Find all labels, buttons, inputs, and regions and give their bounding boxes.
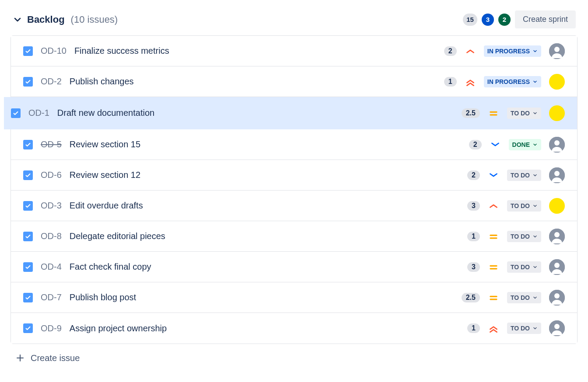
story-points[interactable]: 1 (467, 323, 480, 333)
task-type-icon[interactable] (23, 262, 33, 272)
issue-key[interactable]: OD-8 (41, 231, 62, 241)
status-dropdown[interactable]: DONE (509, 139, 541, 150)
issue-key[interactable]: OD-9 (41, 323, 62, 333)
issue-row[interactable]: OD-6Review section 122TO DO (11, 160, 577, 191)
issue-row[interactable]: OD-10Finalize success metrics2IN PROGRES… (11, 36, 577, 66)
story-points[interactable]: 2 (469, 140, 482, 149)
svg-point-15 (554, 263, 560, 268)
issue-key[interactable]: OD-7 (41, 292, 62, 302)
issue-row[interactable]: OD-7Publish blog post2.5TO DO (11, 282, 577, 313)
assignee-avatar-unassigned[interactable] (549, 137, 565, 153)
status-count-inprogress[interactable]: 3 (482, 14, 494, 26)
assignee-avatar-unassigned[interactable] (549, 290, 565, 306)
issue-summary[interactable]: Assign project ownership (70, 323, 459, 333)
task-type-icon[interactable] (23, 46, 33, 56)
collapse-toggle[interactable] (12, 14, 23, 25)
header-right: 15 3 2 Create sprint (463, 10, 576, 28)
task-type-icon[interactable] (23, 140, 33, 149)
status-count-done[interactable]: 2 (498, 14, 511, 26)
issue-summary[interactable]: Fact check final copy (70, 262, 459, 272)
issue-summary[interactable]: Delegate editorial pieces (70, 231, 459, 241)
issue-summary[interactable]: Publish blog post (70, 292, 454, 302)
priority-icon[interactable] (488, 323, 499, 334)
priority-icon[interactable] (488, 108, 499, 119)
issue-key[interactable]: OD-6 (41, 170, 62, 180)
story-points[interactable]: 2.5 (462, 293, 480, 302)
priority-icon[interactable] (488, 170, 499, 181)
svg-point-19 (554, 293, 560, 299)
issue-summary[interactable]: Edit overdue drafts (70, 201, 459, 211)
issue-key[interactable]: OD-3 (41, 201, 62, 211)
issue-row[interactable]: OD-2Publish changes1IN PROGRESS (11, 66, 577, 97)
story-points[interactable]: 1 (444, 77, 457, 87)
issue-key[interactable]: OD-1 (28, 108, 49, 118)
issue-row[interactable]: OD-8Delegate editorial pieces1TO DO (11, 221, 577, 252)
status-dropdown[interactable]: TO DO (507, 231, 541, 242)
assignee-avatar[interactable] (549, 198, 565, 214)
issue-summary[interactable]: Finalize success metrics (74, 46, 436, 56)
status-dropdown[interactable]: TO DO (507, 108, 541, 119)
svg-rect-16 (490, 295, 497, 297)
svg-point-5 (554, 140, 560, 146)
svg-rect-12 (490, 265, 497, 266)
story-points[interactable]: 3 (467, 262, 480, 272)
issue-key[interactable]: OD-10 (41, 46, 66, 56)
status-count-todo[interactable]: 15 (463, 14, 477, 26)
assignee-avatar-unassigned[interactable] (549, 167, 565, 183)
story-points[interactable]: 2 (444, 46, 457, 56)
status-dropdown[interactable]: TO DO (507, 292, 541, 303)
assignee-avatar[interactable] (549, 74, 565, 90)
task-type-icon[interactable] (23, 232, 33, 241)
task-type-icon[interactable] (23, 170, 33, 180)
task-type-icon[interactable] (23, 323, 33, 333)
status-dropdown[interactable]: TO DO (507, 323, 541, 334)
status-dropdown[interactable]: IN PROGRESS (484, 76, 541, 87)
task-type-icon[interactable] (23, 77, 33, 87)
issue-summary[interactable]: Draft new documentation (57, 108, 454, 118)
issue-row[interactable]: OD-3Edit overdue drafts3TO DO (11, 191, 577, 221)
status-label: DONE (512, 141, 530, 148)
assignee-avatar-unassigned[interactable] (549, 320, 565, 336)
priority-icon[interactable] (465, 76, 476, 87)
issue-count: (10 issues) (71, 14, 118, 25)
status-dropdown[interactable]: TO DO (507, 200, 541, 212)
status-label: TO DO (511, 110, 530, 117)
svg-rect-13 (490, 268, 497, 269)
create-sprint-button[interactable]: Create sprint (515, 10, 576, 28)
status-dropdown[interactable]: IN PROGRESS (484, 45, 541, 57)
task-type-icon[interactable] (11, 108, 21, 118)
issue-summary[interactable]: Review section 15 (70, 139, 461, 149)
status-dropdown[interactable]: TO DO (507, 170, 541, 181)
issue-row[interactable]: OD-1Draft new documentation2.5TO DO (4, 97, 577, 129)
priority-icon[interactable] (490, 139, 501, 150)
status-dropdown[interactable]: TO DO (507, 261, 541, 273)
backlog-header: Backlog (10 issues) 15 3 2 Create sprint (10, 9, 578, 35)
issue-summary[interactable]: Publish changes (70, 76, 436, 87)
issue-row[interactable]: OD-9Assign project ownership1TO DO (11, 313, 577, 344)
issue-row[interactable]: OD-4Fact check final copy3TO DO (11, 252, 577, 282)
issue-row[interactable]: OD-5Review section 152DONE (11, 129, 577, 160)
priority-icon[interactable] (465, 45, 476, 57)
create-issue-button[interactable]: Create issue (10, 344, 578, 365)
svg-rect-3 (490, 114, 497, 115)
issue-key[interactable]: OD-4 (41, 262, 62, 272)
assignee-avatar-unassigned[interactable] (549, 259, 565, 275)
issue-key[interactable]: OD-5 (41, 139, 62, 149)
story-points[interactable]: 2 (467, 170, 480, 180)
priority-icon[interactable] (488, 292, 499, 303)
assignee-avatar-unassigned[interactable] (549, 229, 565, 244)
story-points[interactable]: 1 (467, 232, 480, 241)
issue-summary[interactable]: Review section 12 (70, 170, 459, 180)
priority-icon[interactable] (488, 200, 499, 212)
story-points[interactable]: 2.5 (462, 108, 480, 118)
assignee-avatar-unassigned[interactable] (549, 43, 565, 59)
task-type-icon[interactable] (23, 201, 33, 211)
priority-icon[interactable] (488, 261, 499, 273)
priority-icon[interactable] (488, 231, 499, 242)
issue-key[interactable]: OD-2 (41, 76, 62, 87)
svg-point-1 (554, 47, 560, 52)
assignee-avatar[interactable] (549, 105, 565, 121)
task-type-icon[interactable] (23, 293, 33, 302)
story-points[interactable]: 3 (467, 201, 480, 211)
status-label: IN PROGRESS (487, 48, 530, 55)
